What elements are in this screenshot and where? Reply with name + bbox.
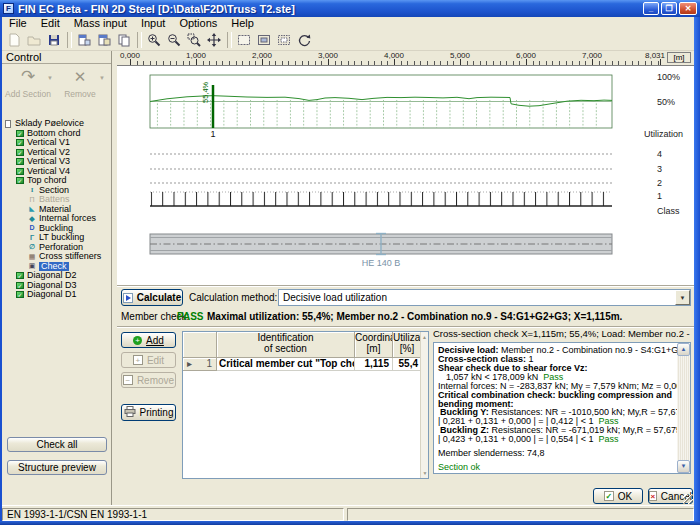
- member-tree: Sklady Pøelovice ✓Bottom chord ✓Vertical…: [4, 119, 108, 344]
- remove-row-icon: −: [123, 375, 133, 385]
- input-table-icon: [77, 33, 91, 47]
- new-file-button[interactable]: [4, 31, 24, 49]
- cell-identification[interactable]: Critical member cut "Top cho: [217, 358, 355, 371]
- zoom-out-button[interactable]: [164, 31, 184, 49]
- regenerate-icon: [297, 33, 311, 47]
- member-check-icon: ✓: [16, 139, 24, 146]
- member-check-icon: ✓: [16, 158, 24, 165]
- cell-utilization[interactable]: 55,4: [393, 358, 422, 371]
- calculation-method-select[interactable]: Decisive load utilization ▼: [278, 289, 691, 306]
- toolbar-separator: [67, 32, 72, 48]
- toolbar-separator: [137, 32, 142, 48]
- perforation-icon: ∅: [28, 243, 36, 251]
- table-scrollbar[interactable]: ▲▼: [420, 332, 428, 478]
- drawing-canvas[interactable]: 55,4% 1 100% 50% Utilization 4 3 2 1 Cla…: [117, 66, 694, 285]
- close-button[interactable]: ✕: [679, 2, 697, 15]
- check-all-button[interactable]: Check all: [7, 437, 107, 452]
- status-empty: [347, 508, 694, 521]
- section-icon: I: [28, 186, 36, 194]
- member-check-icon: ✓: [16, 177, 24, 184]
- utilization-diagram: 55,4% 1 100% 50% Utilization 4 3 2 1 Cla…: [117, 66, 694, 285]
- zoom-in-button[interactable]: [144, 31, 164, 49]
- row-header[interactable]: ▸1: [183, 358, 217, 371]
- resize-grip[interactable]: [683, 494, 693, 504]
- sections-table: Identificationof section Coordinates[m] …: [182, 331, 429, 479]
- internal-forces-icon: ◆: [28, 215, 36, 223]
- copy-button[interactable]: [114, 31, 134, 49]
- member-check-status: PASS: [177, 311, 204, 322]
- menu-help[interactable]: Help: [224, 17, 261, 30]
- member-table-button[interactable]: [94, 31, 114, 49]
- cell-coordinates[interactable]: 1,115: [355, 358, 393, 371]
- cross-stiffeners-icon: ▦: [28, 253, 36, 261]
- class-2-label: 2: [657, 178, 662, 188]
- menu-file[interactable]: File: [2, 17, 34, 30]
- details-scrollbar[interactable]: ▲ ▼: [677, 343, 690, 473]
- scroll-down-icon[interactable]: ▼: [677, 460, 690, 473]
- structure-preview-button[interactable]: Structure preview: [7, 460, 107, 475]
- scroll-up-icon[interactable]: ▲: [677, 343, 690, 356]
- calculation-method-value: Decisive load utilization: [279, 292, 675, 303]
- view-frame-button[interactable]: [254, 31, 274, 49]
- member-table-icon: [97, 33, 111, 47]
- titlebar[interactable]: F FIN EC Beta - FIN 2D Steel [D:\Data\F2…: [0, 0, 700, 17]
- status-norm: EN 1993-1-1/CSN EN 1993-1-1: [2, 508, 344, 521]
- section-toolbar: ↷ ▼ Add Section ✕ ▼ Remove: [2, 65, 110, 115]
- toolbar-separator: [227, 32, 232, 48]
- printer-icon: [124, 406, 136, 419]
- menu-input[interactable]: Input: [134, 17, 172, 30]
- main-toolbar: [2, 30, 694, 51]
- maximize-button[interactable]: ❐: [661, 2, 677, 15]
- window-title: FIN EC Beta - FIN 2D Steel [D:\Data\F2D\…: [18, 3, 641, 15]
- status-bar: EN 1993-1-1/CSN EN 1993-1-1: [2, 505, 694, 521]
- col-utilization: Utilization[%]: [393, 332, 422, 358]
- save-button[interactable]: [44, 31, 64, 49]
- view-default-button[interactable]: [234, 31, 254, 49]
- buckling-icon: D: [28, 224, 36, 232]
- view-selection-button[interactable]: [274, 31, 294, 49]
- view-frame-icon: [257, 33, 271, 47]
- remove-dropdown-caret[interactable]: ▼: [99, 75, 105, 81]
- ruler-minor-ticks: [130, 61, 663, 65]
- edit-icon: +: [133, 355, 143, 365]
- scroll-down-icon[interactable]: ▼: [421, 470, 429, 476]
- member-check-icon: ✓: [16, 149, 24, 156]
- remove-button[interactable]: − Remove: [121, 372, 176, 388]
- remove-section-button[interactable]: ✕ ▼ Remove: [54, 65, 106, 115]
- menu-edit[interactable]: Edit: [34, 17, 67, 30]
- printing-button[interactable]: Printing: [121, 404, 176, 421]
- current-row-icon: ▸: [187, 358, 192, 370]
- utilization-hatch: [156, 99, 608, 128]
- input-table-button[interactable]: [74, 31, 94, 49]
- tree-item-diagonal-d1[interactable]: ✓Diagonal D1: [4, 290, 108, 300]
- pan-button[interactable]: [204, 31, 224, 49]
- view-selection-icon: [277, 33, 291, 47]
- add-section-button[interactable]: ↷ ▼ Add Section: [2, 65, 54, 115]
- details-box: Decisive load: Member no.2 - Combination…: [433, 342, 691, 474]
- section-number-label: 1: [210, 129, 215, 139]
- marker-value-label: 55,4%: [201, 81, 210, 103]
- regenerate-button[interactable]: [294, 31, 314, 49]
- minimize-button[interactable]: _: [643, 2, 659, 15]
- add-button[interactable]: + Add: [121, 332, 176, 348]
- menu-options[interactable]: Options: [172, 17, 224, 30]
- edit-button[interactable]: + Edit: [121, 352, 176, 368]
- battens-icon: Π: [28, 196, 36, 204]
- detail-line: Critical combination check: buckling com…: [438, 391, 674, 408]
- details-header: Cross-section check X=1,115m; 55,4%; Loa…: [433, 328, 691, 340]
- member-check-icon: ✓: [16, 272, 24, 279]
- scroll-up-icon[interactable]: ▲: [421, 332, 428, 340]
- menu-mass-input[interactable]: Mass input: [67, 17, 134, 30]
- calculation-method-label: Calculation method:: [189, 292, 277, 303]
- add-section-dropdown-caret[interactable]: ▼: [47, 75, 53, 81]
- member-check-icon: ✓: [16, 282, 24, 289]
- check-dialog: Calculate Calculation method: Decisive l…: [117, 285, 694, 505]
- ruler-unit-box: [m]: [667, 52, 691, 63]
- ok-button[interactable]: ✓ OK: [593, 488, 643, 504]
- zoom-window-button[interactable]: [184, 31, 204, 49]
- calculate-button[interactable]: Calculate: [121, 289, 183, 306]
- chevron-down-icon[interactable]: ▼: [675, 290, 690, 305]
- add-section-label: Add Section: [2, 89, 54, 99]
- open-file-button[interactable]: [24, 31, 44, 49]
- table-row[interactable]: ▸1 Critical member cut "Top cho 1,115 55…: [183, 358, 428, 371]
